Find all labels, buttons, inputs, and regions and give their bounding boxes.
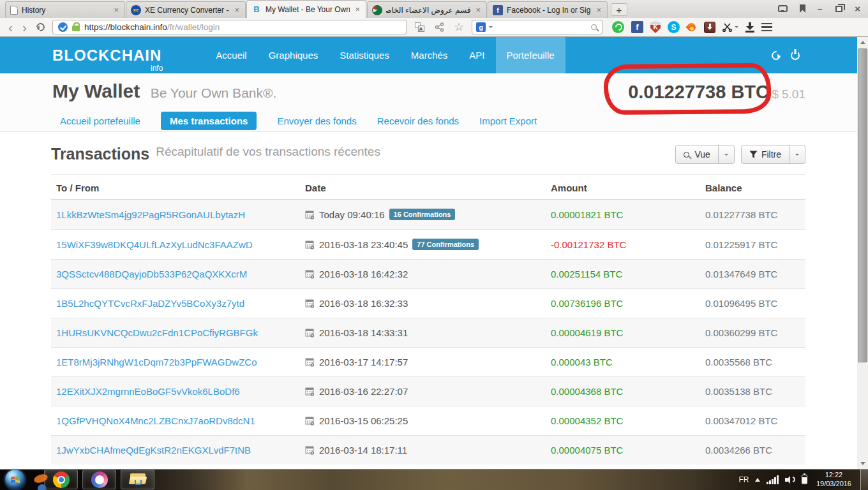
- calendar-icon: [305, 357, 315, 367]
- spark-browser-taskbar-button[interactable]: [82, 470, 116, 489]
- whatsapp-icon[interactable]: [612, 21, 624, 33]
- time: 12:22: [816, 471, 851, 480]
- translate-icon[interactable]: A: [412, 20, 426, 34]
- language-indicator[interactable]: FR: [738, 475, 749, 484]
- page-scrollbar[interactable]: [857, 37, 868, 469]
- nav-item-marchés[interactable]: Marchés: [400, 37, 459, 73]
- transaction-address-link[interactable]: 1LkkBzWteSm4jg92PagR5RGonAULbytazH: [56, 209, 245, 220]
- caret-down-icon: [795, 154, 799, 158]
- reload-button[interactable]: [34, 21, 46, 33]
- taskbar-clock[interactable]: 12:22 19/03/2016: [816, 471, 851, 488]
- view-dropdown-button[interactable]: [718, 145, 735, 164]
- transaction-date: Today 09:40:16: [319, 209, 385, 220]
- tab-close-icon[interactable]: ×: [595, 5, 602, 15]
- transaction-address-link[interactable]: 1JwYxbCHAfmeQdEgKstR2nEKGXLvdF7tNB: [56, 445, 251, 456]
- facebook-ext-icon[interactable]: f: [631, 21, 643, 33]
- bookmark-star-icon[interactable]: ☆: [452, 20, 466, 34]
- forward-button[interactable]: ›: [20, 21, 29, 34]
- browser-tab[interactable]: f Facebook - Log In or Sign ×: [488, 1, 608, 18]
- wallet-tab[interactable]: Accueil portefeuille: [60, 115, 140, 126]
- kaspersky-icon[interactable]: K: [650, 21, 661, 33]
- transaction-address-link[interactable]: 3QSSctcv488DQayjoDb533P62QaQXKXcrM: [56, 269, 247, 279]
- navbar-actions: [772, 37, 800, 73]
- search-magnifier-icon[interactable]: [591, 24, 597, 30]
- close-window-button[interactable]: ×: [855, 3, 860, 14]
- transaction-date: 2016-03-18 23:40:45: [319, 239, 408, 250]
- transaction-address-link[interactable]: 1B5L2hcQYTCvcRxFJaDZYv5BCoXy3z7ytd: [56, 298, 244, 309]
- transaction-row: 3QSSctcv488DQayjoDb533P62QaQXKXcrM 2016-…: [51, 260, 805, 289]
- download-arrow-icon[interactable]: [745, 22, 754, 33]
- wallet-tab[interactable]: Mes transactions: [161, 112, 257, 130]
- search-engine-caret-icon[interactable]: [489, 26, 493, 30]
- transaction-date: 2016-03-14 18:17:11: [319, 445, 407, 456]
- url-text[interactable]: https://blockchain.info/fr/wallet/login: [84, 22, 220, 32]
- taskbar: FR 12:22 19/03/2016: [0, 469, 868, 490]
- browser-tab[interactable]: xe XE Currency Converter - Li ×: [126, 1, 246, 18]
- wallet-balance-btc: 0.01227738 BTC: [628, 82, 769, 103]
- search-box[interactable]: g: [472, 20, 602, 34]
- nav-item-accueil[interactable]: Accueil: [205, 37, 257, 73]
- browser-tab[interactable]: B My Wallet - Be Your Own ×: [246, 0, 366, 18]
- skype-icon[interactable]: S: [668, 21, 680, 33]
- network-signal-icon[interactable]: [767, 475, 779, 484]
- scroll-down-arrow[interactable]: [857, 459, 868, 469]
- minimize-button[interactable]: –: [818, 4, 822, 13]
- transaction-address-link[interactable]: 12EXitXJX2mgrnnEoBoGF5vVkok6LBoDf6: [56, 386, 240, 397]
- page-subtitle: Be Your Own Bank®.: [151, 85, 277, 100]
- scrollbar-thumb[interactable]: [858, 48, 867, 362]
- refresh-icon[interactable]: [770, 49, 782, 62]
- transactions-section: Transactions Récapitulatif de vos transa…: [0, 132, 857, 464]
- nav-item-graphiques[interactable]: Graphiques: [258, 37, 329, 73]
- volume-icon[interactable]: [785, 475, 795, 484]
- page-title: My Wallet: [52, 80, 140, 102]
- new-tab-button[interactable]: +: [611, 3, 627, 16]
- browser-tab[interactable]: قسم عروض الاعضاء الخاصة با ×: [367, 1, 487, 18]
- transaction-address-link[interactable]: 1QGfPVHQNoX4Mnc2LZBCnxJ7aoRDv8dcN1: [56, 415, 255, 426]
- flame-icon[interactable]: [687, 22, 697, 33]
- show-desktop-button[interactable]: [860, 469, 868, 490]
- explorer-taskbar-button[interactable]: [121, 470, 154, 489]
- nav-item-statistiques[interactable]: Statistiques: [329, 37, 400, 73]
- tab-close-icon[interactable]: ×: [233, 5, 241, 15]
- restore-button[interactable]: [835, 6, 842, 12]
- nav-item-portefeuille[interactable]: Portefeuille: [496, 37, 565, 73]
- filter-button[interactable]: Filtre: [741, 145, 789, 164]
- tab-close-icon[interactable]: ×: [354, 4, 361, 14]
- blockchain-navbar: BLOCKCHAIN info AccueilGraphiquesStatist…: [0, 37, 857, 73]
- transaction-address-link[interactable]: 1ET8rMj3jRNhgW1cDqm72b3PpFWAGDwZCo: [56, 357, 257, 368]
- column-header-date: Date: [300, 175, 546, 200]
- transaction-balance: 0.01096495 BTC: [705, 298, 777, 309]
- logout-power-icon[interactable]: [791, 51, 800, 60]
- start-button[interactable]: [5, 470, 25, 489]
- browser-tab[interactable]: History ×: [5, 1, 125, 18]
- tab-close-icon[interactable]: ×: [474, 5, 482, 15]
- download-box-icon[interactable]: [704, 22, 715, 33]
- transaction-address-link[interactable]: 1HURsUKVNCQcDwu2cFdn1CPoCfiyRGBFGk: [56, 327, 258, 338]
- scissors-icon[interactable]: [722, 23, 738, 32]
- google-icon[interactable]: g: [476, 22, 486, 32]
- url-bar[interactable]: https://blockchain.info/fr/wallet/login: [52, 20, 407, 34]
- xe-icon: xe: [131, 5, 141, 15]
- back-button[interactable]: ‹: [6, 21, 15, 34]
- share-icon[interactable]: [432, 20, 446, 34]
- filter-dropdown-button[interactable]: [789, 145, 805, 164]
- menu-icon[interactable]: [761, 23, 772, 31]
- tray-expand-icon[interactable]: [755, 475, 760, 482]
- feedback-bubble-icon[interactable]: [778, 5, 788, 12]
- pin-icon[interactable]: [800, 4, 805, 13]
- wallet-tab[interactable]: Recevoir des fonds: [377, 115, 459, 126]
- scroll-up-arrow[interactable]: [857, 37, 868, 47]
- transaction-address-link[interactable]: 15WiXF39w8DKQ4ULfLAzXyLudNc3FAAZwD: [56, 239, 253, 250]
- wallet-tab[interactable]: Envoyer des fonds: [277, 115, 356, 126]
- tab-close-icon[interactable]: ×: [112, 5, 120, 15]
- transaction-amount: 0.00004619 BTC: [551, 327, 623, 338]
- view-button[interactable]: Vue: [675, 145, 718, 164]
- blockchain-logo[interactable]: BLOCKCHAIN info: [52, 47, 161, 64]
- battery-icon[interactable]: [802, 475, 807, 484]
- page-viewport: BLOCKCHAIN info AccueilGraphiquesStatist…: [0, 37, 868, 469]
- chrome-taskbar-button[interactable]: [44, 470, 78, 489]
- site-identity-icon[interactable]: [58, 22, 68, 32]
- wallet-tab[interactable]: Import Export: [479, 115, 537, 126]
- transaction-row: 1QGfPVHQNoX4Mnc2LZBCnxJ7aoRDv8dcN1 2016-…: [51, 406, 805, 436]
- nav-item-api[interactable]: API: [458, 37, 495, 73]
